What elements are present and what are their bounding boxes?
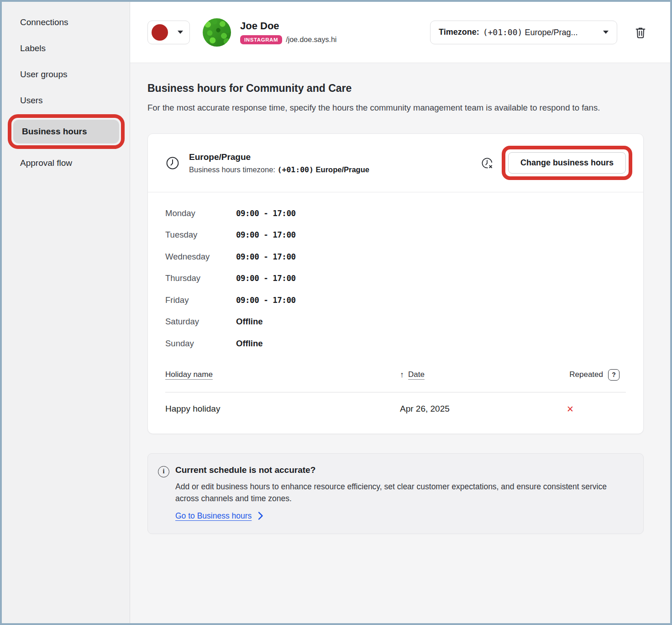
timezone-select-code: (+01:00): [483, 27, 523, 37]
holiday-name: Happy holiday: [165, 404, 400, 414]
holiday-date: Apr 26, 2025: [400, 404, 557, 414]
chevron-down-icon: [603, 31, 609, 34]
annotation-highlight-business-hours: Business hours: [8, 114, 125, 149]
account-color-dot: [152, 24, 168, 41]
business-hours-card: Europe/Prague Business hours timezone: (…: [147, 133, 644, 434]
timezone-caption-label: Business hours timezone:: [189, 165, 278, 174]
annotation-highlight-change-button: Change business hours: [502, 146, 632, 180]
network-badge: INSTAGRAM: [240, 35, 282, 44]
day-row-wednesday: Wednesday 09:00 - 17:00: [165, 246, 626, 268]
profile-handle: /joe.doe.says.hi: [286, 36, 336, 44]
day-label: Friday: [165, 295, 236, 305]
schedule-info-panel: i Current schedule is not accurate? Add …: [147, 453, 644, 534]
timezone-summary: Europe/Prague Business hours timezone: (…: [189, 152, 369, 174]
clock-x-icon: [481, 157, 493, 169]
date-column-header[interactable]: Date: [408, 370, 425, 379]
timezone-select-name: Europe/Prag...: [525, 28, 578, 37]
sidebar-item-users[interactable]: Users: [2, 87, 130, 113]
day-row-thursday: Thursday 09:00 - 17:00: [165, 268, 626, 290]
page-title: Business hours for Community and Care: [147, 82, 644, 95]
not-repeated-x-icon[interactable]: ✕: [557, 404, 626, 414]
holiday-row: Happy holiday Apr 26, 2025 ✕: [165, 392, 626, 420]
help-icon[interactable]: ?: [608, 369, 620, 381]
day-row-monday: Monday 09:00 - 17:00: [165, 202, 626, 224]
business-hours-page: Business hours for Community and Care Fo…: [130, 63, 670, 623]
day-hours: 09:00 - 17:00: [236, 274, 295, 283]
day-offline-status: Offline: [236, 317, 263, 327]
holiday-table-header: Holiday name ↑ Date Repeated ?: [165, 369, 626, 381]
day-offline-status: Offline: [236, 339, 263, 349]
change-business-hours-button[interactable]: Change business hours: [508, 152, 626, 174]
profile-name: Joe Doe: [240, 20, 336, 32]
sidebar-item-user-groups[interactable]: User groups: [2, 61, 130, 87]
info-panel-body: Add or edit business hours to enhance re…: [175, 481, 630, 504]
day-hours: 09:00 - 17:00: [236, 209, 295, 218]
info-panel-title: Current schedule is not accurate?: [175, 465, 630, 475]
sort-ascending-icon[interactable]: ↑: [400, 370, 404, 380]
day-hours: 09:00 - 17:00: [236, 296, 295, 305]
sidebar-item-business-hours[interactable]: Business hours: [13, 120, 119, 143]
day-row-tuesday: Tuesday 09:00 - 17:00: [165, 224, 626, 246]
chevron-right-icon: [257, 512, 264, 520]
settings-sidebar: Connections Labels User groups Users Bus…: [2, 2, 130, 623]
day-label: Sunday: [165, 339, 236, 349]
timezone-caption-name: Europe/Prague: [314, 165, 369, 174]
timezone-caption-code: (+01:00): [278, 165, 314, 174]
sidebar-item-approval-flow[interactable]: Approval flow: [2, 150, 130, 176]
repeated-column-header: Repeated: [569, 370, 603, 379]
timezone-caption: Business hours timezone: (+01:00) Europe…: [189, 165, 369, 174]
day-label: Monday: [165, 208, 236, 218]
timezone-select[interactable]: Timezone: (+01:00) Europe/Prag...: [430, 21, 617, 44]
day-label: Wednesday: [165, 252, 236, 262]
timezone-title: Europe/Prague: [189, 152, 369, 162]
info-icon: i: [158, 466, 169, 477]
holiday-name-column-header[interactable]: Holiday name: [165, 370, 213, 379]
page-description: For the most accurate response time, spe…: [147, 101, 618, 114]
day-hours: 09:00 - 17:00: [236, 230, 295, 239]
go-to-business-hours-link[interactable]: Go to Business hours: [175, 511, 252, 521]
avatar: [203, 18, 231, 47]
day-label: Thursday: [165, 273, 236, 283]
sidebar-item-connections[interactable]: Connections: [2, 9, 130, 35]
trash-icon: [634, 26, 647, 39]
day-label: Saturday: [165, 317, 236, 327]
day-hours: 09:00 - 17:00: [236, 252, 295, 261]
timezone-select-label: Timezone:: [439, 27, 479, 37]
day-label: Tuesday: [165, 230, 236, 240]
app-window: Connections Labels User groups Users Bus…: [0, 0, 672, 625]
delete-connection-button[interactable]: [634, 26, 647, 39]
day-row-sunday: Sunday Offline: [165, 333, 626, 355]
sidebar-item-labels[interactable]: Labels: [2, 35, 130, 61]
chevron-down-icon: [178, 31, 183, 34]
day-row-saturday: Saturday Offline: [165, 311, 626, 333]
day-row-friday: Friday 09:00 - 17:00: [165, 289, 626, 311]
clock-icon: [165, 156, 180, 170]
profile-header: Joe Doe INSTAGRAM /joe.doe.says.hi Timez…: [130, 2, 670, 63]
profile-identity: Joe Doe INSTAGRAM /joe.doe.says.hi: [240, 20, 336, 44]
account-switcher-dropdown[interactable]: [147, 21, 190, 44]
